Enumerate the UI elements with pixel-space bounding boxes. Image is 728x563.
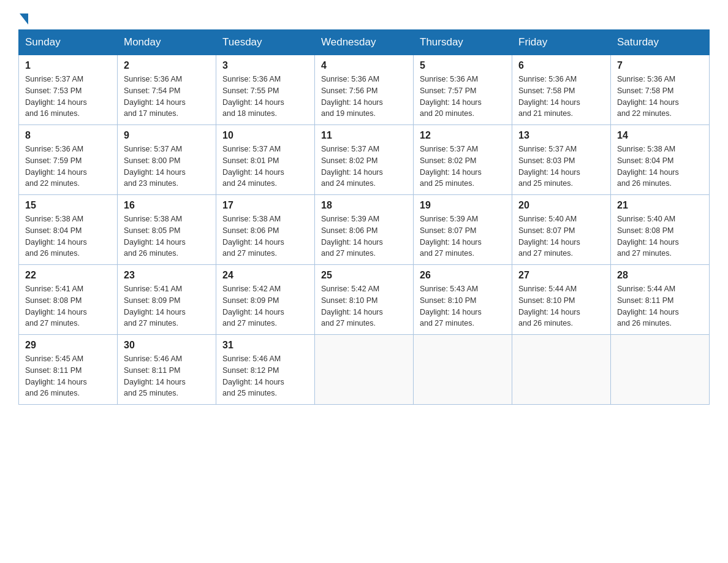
day-number: 6 bbox=[518, 60, 604, 71]
day-info: Sunrise: 5:37 AM Sunset: 8:03 PM Dayligh… bbox=[518, 144, 604, 190]
day-info: Sunrise: 5:37 AM Sunset: 8:02 PM Dayligh… bbox=[420, 144, 506, 190]
day-number: 28 bbox=[617, 270, 703, 281]
day-info: Sunrise: 5:46 AM Sunset: 8:12 PM Dayligh… bbox=[222, 353, 308, 399]
day-number: 4 bbox=[321, 60, 407, 71]
calendar-cell: 9 Sunrise: 5:37 AM Sunset: 8:00 PM Dayli… bbox=[118, 125, 216, 195]
day-info: Sunrise: 5:36 AM Sunset: 7:55 PM Dayligh… bbox=[222, 74, 308, 120]
logo bbox=[18, 12, 29, 23]
day-number: 17 bbox=[222, 200, 308, 211]
day-info: Sunrise: 5:36 AM Sunset: 7:59 PM Dayligh… bbox=[25, 144, 111, 190]
day-number: 8 bbox=[25, 130, 111, 141]
calendar-week-row: 1 Sunrise: 5:37 AM Sunset: 7:53 PM Dayli… bbox=[19, 55, 710, 125]
day-info: Sunrise: 5:36 AM Sunset: 7:54 PM Dayligh… bbox=[124, 74, 210, 120]
day-number: 29 bbox=[25, 340, 111, 351]
day-number: 27 bbox=[518, 270, 604, 281]
calendar-cell: 4 Sunrise: 5:36 AM Sunset: 7:56 PM Dayli… bbox=[315, 55, 414, 125]
page-header bbox=[18, 12, 710, 23]
day-info: Sunrise: 5:40 AM Sunset: 8:08 PM Dayligh… bbox=[617, 213, 703, 259]
day-number: 25 bbox=[321, 270, 407, 281]
calendar-cell: 24 Sunrise: 5:42 AM Sunset: 8:09 PM Dayl… bbox=[216, 265, 315, 335]
day-number: 31 bbox=[222, 340, 308, 351]
day-info: Sunrise: 5:41 AM Sunset: 8:08 PM Dayligh… bbox=[25, 283, 111, 329]
calendar-week-row: 29 Sunrise: 5:45 AM Sunset: 8:11 PM Dayl… bbox=[19, 335, 710, 405]
day-number: 3 bbox=[222, 60, 308, 71]
day-number: 5 bbox=[420, 60, 506, 71]
calendar-cell: 22 Sunrise: 5:41 AM Sunset: 8:08 PM Dayl… bbox=[19, 265, 118, 335]
day-info: Sunrise: 5:38 AM Sunset: 8:04 PM Dayligh… bbox=[617, 144, 703, 190]
calendar-cell: 13 Sunrise: 5:37 AM Sunset: 8:03 PM Dayl… bbox=[512, 125, 611, 195]
day-info: Sunrise: 5:39 AM Sunset: 8:07 PM Dayligh… bbox=[420, 213, 506, 259]
day-info: Sunrise: 5:42 AM Sunset: 8:10 PM Dayligh… bbox=[321, 283, 407, 329]
day-info: Sunrise: 5:44 AM Sunset: 8:10 PM Dayligh… bbox=[518, 283, 604, 329]
day-number: 11 bbox=[321, 130, 407, 141]
calendar-cell: 18 Sunrise: 5:39 AM Sunset: 8:06 PM Dayl… bbox=[315, 195, 414, 265]
day-info: Sunrise: 5:38 AM Sunset: 8:05 PM Dayligh… bbox=[124, 213, 210, 259]
day-info: Sunrise: 5:42 AM Sunset: 8:09 PM Dayligh… bbox=[222, 283, 308, 329]
calendar-cell: 6 Sunrise: 5:36 AM Sunset: 7:58 PM Dayli… bbox=[512, 55, 611, 125]
day-info: Sunrise: 5:37 AM Sunset: 8:00 PM Dayligh… bbox=[124, 144, 210, 190]
day-number: 15 bbox=[25, 200, 111, 211]
calendar-cell: 21 Sunrise: 5:40 AM Sunset: 8:08 PM Dayl… bbox=[611, 195, 710, 265]
day-info: Sunrise: 5:37 AM Sunset: 8:01 PM Dayligh… bbox=[222, 144, 308, 190]
day-info: Sunrise: 5:37 AM Sunset: 7:53 PM Dayligh… bbox=[25, 74, 111, 120]
calendar-cell: 15 Sunrise: 5:38 AM Sunset: 8:04 PM Dayl… bbox=[19, 195, 118, 265]
day-number: 13 bbox=[518, 130, 604, 141]
day-info: Sunrise: 5:41 AM Sunset: 8:09 PM Dayligh… bbox=[124, 283, 210, 329]
day-info: Sunrise: 5:38 AM Sunset: 8:04 PM Dayligh… bbox=[25, 213, 111, 259]
calendar-cell: 26 Sunrise: 5:43 AM Sunset: 8:10 PM Dayl… bbox=[414, 265, 512, 335]
day-info: Sunrise: 5:36 AM Sunset: 7:58 PM Dayligh… bbox=[518, 74, 604, 120]
day-info: Sunrise: 5:46 AM Sunset: 8:11 PM Dayligh… bbox=[124, 353, 210, 399]
day-info: Sunrise: 5:43 AM Sunset: 8:10 PM Dayligh… bbox=[420, 283, 506, 329]
day-number: 12 bbox=[420, 130, 506, 141]
calendar-cell: 10 Sunrise: 5:37 AM Sunset: 8:01 PM Dayl… bbox=[216, 125, 315, 195]
day-number: 19 bbox=[420, 200, 506, 211]
day-info: Sunrise: 5:38 AM Sunset: 8:06 PM Dayligh… bbox=[222, 213, 308, 259]
day-info: Sunrise: 5:39 AM Sunset: 8:06 PM Dayligh… bbox=[321, 213, 407, 259]
day-number: 22 bbox=[25, 270, 111, 281]
calendar-cell: 28 Sunrise: 5:44 AM Sunset: 8:11 PM Dayl… bbox=[611, 265, 710, 335]
calendar-week-row: 8 Sunrise: 5:36 AM Sunset: 7:59 PM Dayli… bbox=[19, 125, 710, 195]
calendar-cell: 14 Sunrise: 5:38 AM Sunset: 8:04 PM Dayl… bbox=[611, 125, 710, 195]
calendar-week-row: 15 Sunrise: 5:38 AM Sunset: 8:04 PM Dayl… bbox=[19, 195, 710, 265]
calendar-cell: 7 Sunrise: 5:36 AM Sunset: 7:58 PM Dayli… bbox=[611, 55, 710, 125]
day-number: 18 bbox=[321, 200, 407, 211]
calendar-cell: 19 Sunrise: 5:39 AM Sunset: 8:07 PM Dayl… bbox=[414, 195, 512, 265]
calendar-header-saturday: Saturday bbox=[611, 30, 710, 55]
calendar-cell: 17 Sunrise: 5:38 AM Sunset: 8:06 PM Dayl… bbox=[216, 195, 315, 265]
day-number: 7 bbox=[617, 60, 703, 71]
calendar-cell bbox=[611, 335, 710, 405]
day-number: 9 bbox=[124, 130, 210, 141]
calendar-header-monday: Monday bbox=[118, 30, 216, 55]
day-info: Sunrise: 5:45 AM Sunset: 8:11 PM Dayligh… bbox=[25, 353, 111, 399]
calendar-cell: 3 Sunrise: 5:36 AM Sunset: 7:55 PM Dayli… bbox=[216, 55, 315, 125]
calendar-cell bbox=[315, 335, 414, 405]
calendar-cell: 11 Sunrise: 5:37 AM Sunset: 8:02 PM Dayl… bbox=[315, 125, 414, 195]
day-number: 2 bbox=[124, 60, 210, 71]
calendar-table: SundayMondayTuesdayWednesdayThursdayFrid… bbox=[18, 29, 710, 405]
calendar-header-friday: Friday bbox=[512, 30, 611, 55]
day-info: Sunrise: 5:44 AM Sunset: 8:11 PM Dayligh… bbox=[617, 283, 703, 329]
day-info: Sunrise: 5:36 AM Sunset: 7:56 PM Dayligh… bbox=[321, 74, 407, 120]
day-number: 14 bbox=[617, 130, 703, 141]
day-info: Sunrise: 5:37 AM Sunset: 8:02 PM Dayligh… bbox=[321, 144, 407, 190]
calendar-cell: 29 Sunrise: 5:45 AM Sunset: 8:11 PM Dayl… bbox=[19, 335, 118, 405]
day-number: 23 bbox=[124, 270, 210, 281]
day-number: 30 bbox=[124, 340, 210, 351]
day-info: Sunrise: 5:36 AM Sunset: 7:57 PM Dayligh… bbox=[420, 74, 506, 120]
day-number: 20 bbox=[518, 200, 604, 211]
day-number: 21 bbox=[617, 200, 703, 211]
logo-arrow-icon bbox=[20, 13, 28, 25]
day-number: 26 bbox=[420, 270, 506, 281]
calendar-cell: 30 Sunrise: 5:46 AM Sunset: 8:11 PM Dayl… bbox=[118, 335, 216, 405]
day-info: Sunrise: 5:40 AM Sunset: 8:07 PM Dayligh… bbox=[518, 213, 604, 259]
calendar-cell: 27 Sunrise: 5:44 AM Sunset: 8:10 PM Dayl… bbox=[512, 265, 611, 335]
calendar-week-row: 22 Sunrise: 5:41 AM Sunset: 8:08 PM Dayl… bbox=[19, 265, 710, 335]
day-number: 24 bbox=[222, 270, 308, 281]
calendar-cell: 1 Sunrise: 5:37 AM Sunset: 7:53 PM Dayli… bbox=[19, 55, 118, 125]
calendar-cell: 23 Sunrise: 5:41 AM Sunset: 8:09 PM Dayl… bbox=[118, 265, 216, 335]
calendar-cell: 5 Sunrise: 5:36 AM Sunset: 7:57 PM Dayli… bbox=[414, 55, 512, 125]
calendar-header-sunday: Sunday bbox=[19, 30, 118, 55]
day-number: 1 bbox=[25, 60, 111, 71]
calendar-header-row: SundayMondayTuesdayWednesdayThursdayFrid… bbox=[19, 30, 710, 55]
calendar-cell bbox=[512, 335, 611, 405]
